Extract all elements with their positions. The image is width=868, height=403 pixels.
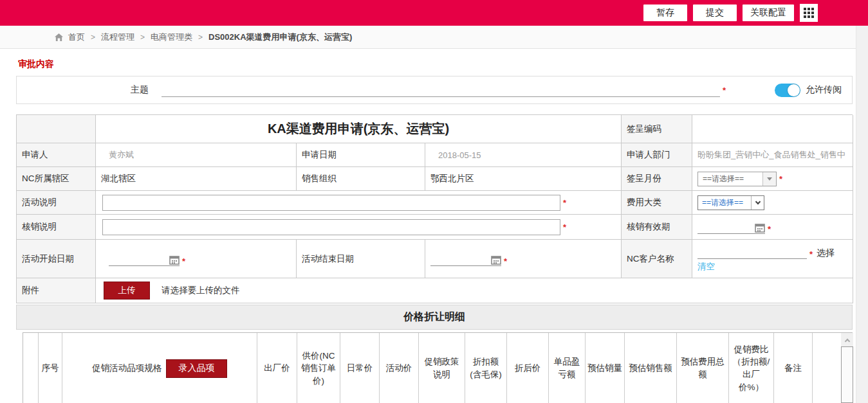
- column-header-unit-profit-loss: 单品盈亏额: [549, 333, 586, 403]
- required-asterisk: *: [182, 256, 185, 266]
- required-asterisk: *: [723, 85, 726, 95]
- calendar-icon[interactable]: [755, 223, 765, 233]
- sign-month-dropdown-button[interactable]: [762, 172, 776, 186]
- breadcrumb: 首页 > 流程管理 > 电商管理类 > DS002KA渠道费用申请(京东、运营宝…: [0, 26, 868, 49]
- form-corner-cell: [17, 115, 96, 143]
- top-action-bar: 暂存 提交 关联配置: [0, 0, 868, 26]
- applicant-label: 申请人: [17, 143, 96, 167]
- writeoff-desc-label: 核销说明: [17, 215, 96, 240]
- attachment-label: 附件: [17, 278, 96, 303]
- approval-form-table: KA渠道费用申请(京东、运营宝) 签呈编码 申请人 黄亦斌 申请日期 2018-…: [16, 114, 853, 303]
- column-header-supply-price: 供价(NC销售订单价): [297, 333, 340, 403]
- scroll-up-button[interactable]: [841, 333, 853, 346]
- nc-region-value: 湖北辖区: [96, 167, 297, 191]
- row-select-column-header: [23, 333, 39, 403]
- content-area: 审批内容 主题 * 允许传阅 KA渠道费用申请(京东、运营宝) 签呈编码 申请人…: [0, 49, 856, 403]
- detail-table-scrollbar[interactable]: [841, 333, 853, 403]
- nc-customer-input[interactable]: [697, 245, 807, 259]
- sales-org-label: 销售组织: [297, 167, 425, 191]
- apply-date-value: 2018-05-15: [425, 143, 622, 167]
- writeoff-valid-date-input[interactable]: [697, 220, 765, 234]
- form-title: KA渠道费用申请(京东、运营宝): [96, 115, 622, 143]
- item-spec-label: 促销活动品项规格: [92, 362, 162, 375]
- submit-button[interactable]: 提交: [693, 4, 737, 21]
- column-header-remark: 备注: [774, 333, 813, 403]
- nc-region-label: NC所属辖区: [17, 167, 96, 191]
- page-scrollbar-track[interactable]: [856, 26, 868, 403]
- sales-org-value: 鄂西北片区: [425, 167, 622, 191]
- writeoff-valid-label: 核销有效期: [622, 215, 692, 240]
- breadcrumb-item-current: DS002KA渠道费用申请(京东、运营宝): [208, 31, 352, 43]
- sign-code-value: [692, 115, 853, 143]
- apps-grid-button[interactable]: [800, 4, 818, 22]
- apply-dept-label: 申请人部门: [622, 143, 692, 167]
- subject-input[interactable]: [162, 83, 720, 97]
- column-header-daily-price: 日常价: [340, 333, 380, 403]
- apply-date-label: 申请日期: [297, 143, 425, 167]
- sign-month-selected-value: ==请选择==: [698, 172, 762, 186]
- expense-category-select[interactable]: ==请选择==: [697, 195, 764, 210]
- expense-category-label: 费用大类: [622, 191, 692, 215]
- nc-customer-clear-link[interactable]: 清空: [697, 261, 715, 273]
- required-asterisk: *: [563, 198, 566, 208]
- required-asterisk: *: [779, 174, 782, 184]
- column-header-activity-price: 活动价: [380, 333, 419, 403]
- column-header-est-total-cost: 预估费用总额: [677, 333, 729, 403]
- column-header-discounted-price: 折后价: [507, 333, 549, 403]
- sign-month-label: 签呈月份: [622, 167, 692, 191]
- expense-category-select-button[interactable]: [751, 196, 764, 210]
- breadcrumb-item-home[interactable]: 首页: [68, 31, 85, 43]
- detail-table-header: 序号 促销活动品项规格 录入品项 出厂价 供价(NC销售订单价) 日常价 活动价…: [23, 332, 853, 403]
- activity-desc-input[interactable]: [102, 195, 560, 211]
- activity-desc-label: 活动说明: [17, 191, 96, 215]
- subject-panel: 主题 * 允许传阅: [16, 76, 853, 104]
- column-header-est-sales: 预估销售额: [625, 333, 677, 403]
- nc-customer-label: NC客户名称: [622, 240, 692, 278]
- share-toggle-label: 允许传阅: [806, 84, 842, 96]
- enter-items-button[interactable]: 录入品项: [166, 359, 227, 378]
- upload-button[interactable]: 上传: [104, 282, 150, 300]
- grid-icon: [804, 8, 814, 18]
- section-title: 审批内容: [18, 58, 54, 70]
- column-header-factory-price: 出厂价: [257, 333, 297, 403]
- breadcrumb-item-ecommerce[interactable]: 电商管理类: [151, 31, 192, 43]
- activity-end-label: 活动结束日期: [297, 240, 425, 278]
- column-header-discount-amount: 折扣额(含毛保): [465, 333, 507, 403]
- scrollbar-thumb[interactable]: [841, 346, 853, 403]
- spacer-column-header: [813, 333, 833, 403]
- chevron-down-icon: [767, 177, 772, 181]
- breadcrumb-separator: >: [198, 33, 203, 42]
- column-header-est-volume: 预估销量: [586, 333, 625, 403]
- home-icon: [54, 33, 64, 42]
- column-header-policy-desc: 促销政策说明: [419, 333, 465, 403]
- breadcrumb-separator: >: [91, 33, 95, 42]
- writeoff-desc-input[interactable]: [102, 219, 560, 235]
- required-asterisk: *: [809, 249, 813, 259]
- page: 暂存 提交 关联配置 首页 > 流程管理 > 电商管理类 > DS002KA渠道…: [0, 0, 868, 403]
- apply-dept-value: 盼盼集团_营销中心_食品销售处_销售中: [692, 143, 853, 167]
- detail-section-title: 价格折让明细: [16, 305, 853, 330]
- column-header-seq: 序号: [39, 333, 62, 403]
- upload-hint: 请选择要上传的文件: [162, 285, 240, 296]
- column-header-item-spec: 促销活动品项规格 录入品项: [62, 333, 257, 403]
- sign-code-label: 签呈编码: [622, 115, 692, 143]
- required-asterisk: *: [504, 256, 507, 266]
- activity-start-label: 活动开始日期: [17, 240, 96, 278]
- breadcrumb-item-process-mgmt[interactable]: 流程管理: [101, 31, 134, 43]
- subject-label: 主题: [17, 84, 149, 96]
- save-draft-button[interactable]: 暂存: [643, 4, 687, 21]
- calendar-icon[interactable]: [491, 255, 501, 265]
- chevron-down-icon: [755, 199, 760, 204]
- related-config-button[interactable]: 关联配置: [743, 4, 794, 21]
- breadcrumb-separator: >: [140, 33, 145, 42]
- required-asterisk: *: [768, 224, 771, 234]
- sign-month-dropdown[interactable]: ==请选择==: [697, 172, 777, 186]
- chevron-up-icon: [844, 338, 849, 343]
- share-toggle[interactable]: [775, 84, 800, 97]
- activity-end-date-input[interactable]: [430, 252, 501, 266]
- calendar-icon[interactable]: [169, 255, 180, 265]
- column-header-promo-ratio: 促销费比（折扣额/出厂价%）: [729, 333, 774, 403]
- expense-category-selected-value: ==请选择==: [698, 196, 751, 210]
- nc-customer-select-link[interactable]: 选择: [817, 247, 835, 259]
- activity-start-date-input[interactable]: [109, 252, 180, 266]
